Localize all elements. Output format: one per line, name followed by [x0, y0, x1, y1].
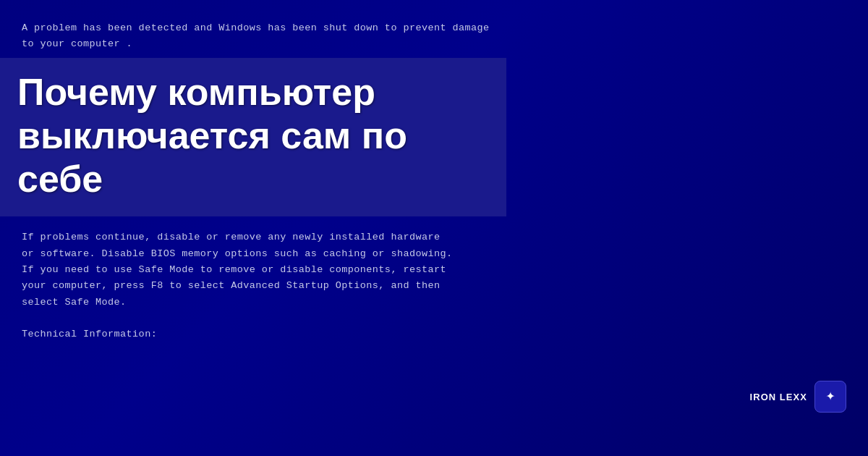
bsod-line-1: A problem has been detected and Windows …	[22, 20, 846, 36]
bsod-line-14: select Safe Mode.	[22, 295, 846, 311]
bsod-blank-5	[22, 311, 846, 326]
title-line-1: Почему компьютер	[17, 71, 375, 113]
bsod-line-2: to your computer .	[22, 36, 846, 52]
article-title-text: Почему компьютер выключается сам по себе	[17, 71, 489, 200]
title-line-2: выключается сам по себе	[17, 114, 407, 200]
brand-logo: ✦	[814, 381, 846, 413]
bsod-line-12: If you need to use Safe Mode to remove o…	[22, 262, 846, 278]
article-title-overlay: Почему компьютер выключается сам по себе	[0, 58, 506, 216]
bsod-line-13: your computer, press F8 to select Advanc…	[22, 278, 846, 294]
watermark-container: IRON LEXX ✦	[750, 381, 846, 413]
brand-name: IRON LEXX	[750, 392, 807, 402]
bsod-line-10: If problems continue, disable or remove …	[22, 229, 846, 245]
bsod-line-11: or software. Disable BIOS memory options…	[22, 246, 846, 262]
star-icon: ✦	[825, 389, 835, 405]
bsod-technical-info: Technical Information:	[22, 326, 846, 342]
bsod-screen: A problem has been detected and Windows …	[0, 0, 868, 456]
